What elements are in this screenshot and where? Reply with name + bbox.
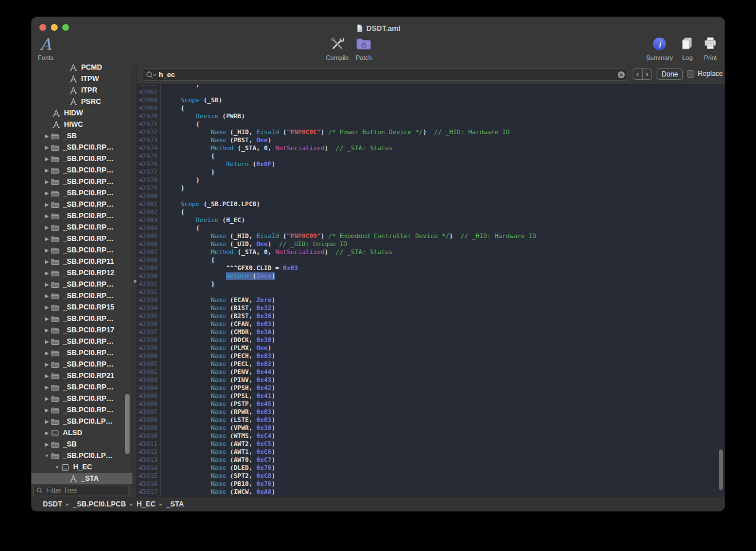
tree-item-sb-pci0-lp[interactable]: ▼_SB.PCI0.LP… xyxy=(31,450,132,461)
replace-checkbox[interactable] xyxy=(687,70,694,78)
patch-button[interactable]: ⚙ Patch xyxy=(343,34,384,61)
tree-item-itpw[interactable]: ITPW xyxy=(31,73,132,85)
tree-item-sb-pci0-rp[interactable]: ▶_SB.PCI0.RP… xyxy=(31,244,132,256)
line-content xyxy=(161,288,166,296)
disclosure-collapsed-icon[interactable]: ▶ xyxy=(43,362,51,367)
disclosure-collapsed-icon[interactable]: ▶ xyxy=(43,168,51,173)
disclosure-collapsed-icon[interactable]: ▶ xyxy=(43,191,51,196)
tree-item-itpr[interactable]: ITPR xyxy=(31,85,132,96)
breadcrumb-item-dsdt[interactable]: DSDT xyxy=(43,500,62,508)
line-content: } xyxy=(161,85,200,89)
tree-item-sb-pci0-rp[interactable]: ▶_SB.PCI0.RP… xyxy=(31,176,132,187)
disclosure-collapsed-icon[interactable]: ▶ xyxy=(43,214,51,219)
tree-item-alsd[interactable]: ▶ALSD xyxy=(31,427,132,439)
breadcrumb-item--sb-pci0-lpcb[interactable]: _SB.PCI0.LPCB xyxy=(73,500,126,508)
disclosure-collapsed-icon[interactable]: ▶ xyxy=(43,179,51,184)
done-button[interactable]: Done xyxy=(657,69,683,80)
print-icon xyxy=(702,34,718,54)
tree-item-sb-pci0-rp[interactable]: ▶_SB.PCI0.RP… xyxy=(31,336,132,347)
find-previous-button[interactable]: ‹ xyxy=(633,69,642,79)
tree-item-sb-pci0-rp11[interactable]: ▶_SB.PCI0.RP11 xyxy=(31,256,132,267)
disclosure-collapsed-icon[interactable]: ▶ xyxy=(43,225,51,230)
line-number: 43011 xyxy=(137,440,161,448)
pane-splitter[interactable] xyxy=(132,65,137,497)
disclosure-collapsed-icon[interactable]: ▶ xyxy=(43,248,51,253)
code-lines: 42966 }4296742968 Scope (_SB)42969 {4297… xyxy=(137,85,725,496)
find-next-button[interactable]: › xyxy=(642,69,652,79)
code-editor[interactable]: 42966 }4296742968 Scope (_SB)42969 {4297… xyxy=(137,85,725,497)
disclosure-collapsed-icon[interactable]: ▶ xyxy=(43,373,51,379)
tree-item-sb-pci0-rp[interactable]: ▶_SB.PCI0.RP… xyxy=(31,381,132,393)
disclosure-collapsed-icon[interactable]: ▶ xyxy=(43,431,51,436)
tree-item-sb-pci0-rp15[interactable]: ▶_SB.PCI0.RP15 xyxy=(31,301,132,313)
line-content: { xyxy=(161,104,184,112)
disclosure-collapsed-icon[interactable]: ▶ xyxy=(43,419,51,424)
disclosure-collapsed-icon[interactable]: ▶ xyxy=(43,134,51,139)
tree-item-sb-pci0-rp12[interactable]: ▶_SB.PCI0.RP12 xyxy=(31,267,132,279)
sidebar-scrollbar[interactable] xyxy=(125,394,130,454)
tree-item-sta[interactable]: _STA xyxy=(31,473,132,484)
disclosure-collapsed-icon[interactable]: ▶ xyxy=(43,271,51,276)
method-icon xyxy=(69,75,78,83)
tree-item-sb-pci0-rp[interactable]: ▶_SB.PCI0.RP… xyxy=(31,359,132,370)
tree-item-sb-pci0-rp[interactable]: ▶_SB.PCI0.RP… xyxy=(31,233,132,244)
tree-item-sb-pci0-rp[interactable]: ▶_SB.PCI0.RP… xyxy=(31,347,132,359)
folder-icon xyxy=(51,349,59,357)
disclosure-collapsed-icon[interactable]: ▶ xyxy=(43,316,51,321)
disclosure-collapsed-icon[interactable]: ▶ xyxy=(43,236,51,242)
tree-item-sb-pci0-rp21[interactable]: ▶_SB.PCI0.RP21 xyxy=(31,370,132,381)
disclosure-collapsed-icon[interactable]: ▶ xyxy=(43,328,51,333)
filter-tree-input[interactable] xyxy=(33,485,128,496)
tree-item-sb-pci0-rp[interactable]: ▶_SB.PCI0.RP… xyxy=(31,290,132,301)
tree-item-label: _SB.PCI0.RP15 xyxy=(63,303,114,311)
find-prev-next-control: ‹ › xyxy=(633,69,652,80)
titlebar[interactable]: DSDT.aml xyxy=(31,17,725,32)
line-number: 43003 xyxy=(137,376,161,384)
tree-item-h-ec[interactable]: ▼H_EC xyxy=(31,461,132,473)
disclosure-collapsed-icon[interactable]: ▶ xyxy=(43,385,51,390)
disclosure-expanded-icon[interactable]: ▼ xyxy=(53,465,61,470)
disclosure-collapsed-icon[interactable]: ▶ xyxy=(43,339,51,344)
tree-item-sb[interactable]: ▶_SB xyxy=(31,439,132,450)
tree-item-hiwc[interactable]: HIWC xyxy=(31,119,132,130)
editor-scrollbar[interactable] xyxy=(719,449,723,490)
disclosure-collapsed-icon[interactable]: ▶ xyxy=(43,282,51,287)
folder-icon xyxy=(51,360,59,369)
clear-search-icon[interactable] xyxy=(617,71,625,79)
tree-item-sb-pci0-rp[interactable]: ▶_SB.PCI0.RP… xyxy=(31,313,132,324)
tree-item-sb-pci0-rp[interactable]: ▶_SB.PCI0.RP… xyxy=(31,187,132,199)
print-button[interactable]: Print xyxy=(690,34,725,61)
tree-item-pcmd[interactable]: PCMD xyxy=(31,65,132,73)
symbol-tree: PCMDITPWITPRPSRCHIDWHIWC▶_SB▶_SB.PCI0.RP… xyxy=(31,65,132,484)
breadcrumb-item-h-ec[interactable]: H_EC xyxy=(136,500,155,508)
disclosure-collapsed-icon[interactable]: ▶ xyxy=(43,351,51,356)
tree-item-sb-pci0-rp[interactable]: ▶_SB.PCI0.RP… xyxy=(31,199,132,210)
tree-item-sb-pci0-rp[interactable]: ▶_SB.PCI0.RP… xyxy=(31,153,132,164)
breadcrumb-item--sta[interactable]: _STA xyxy=(166,500,184,508)
tree-item-hidw[interactable]: HIDW xyxy=(31,107,132,119)
disclosure-collapsed-icon[interactable]: ▶ xyxy=(43,259,51,264)
tree-item-sb-pci0-rp[interactable]: ▶_SB.PCI0.RP… xyxy=(31,393,132,404)
tree-item-sb-pci0-rp[interactable]: ▶_SB.PCI0.RP… xyxy=(31,404,132,416)
disclosure-collapsed-icon[interactable]: ▶ xyxy=(43,442,51,447)
search-field[interactable] xyxy=(142,69,628,81)
disclosure-expanded-icon[interactable]: ▼ xyxy=(43,453,51,459)
tree-item-psrc[interactable]: PSRC xyxy=(31,96,132,107)
disclosure-collapsed-icon[interactable]: ▶ xyxy=(43,408,51,413)
disclosure-collapsed-icon[interactable]: ▶ xyxy=(43,202,51,207)
tree-item-sb[interactable]: ▶_SB xyxy=(31,130,132,142)
tree-item-sb-pci0-rp17[interactable]: ▶_SB.PCI0.RP17 xyxy=(31,324,132,336)
disclosure-collapsed-icon[interactable]: ▶ xyxy=(43,156,51,162)
disclosure-collapsed-icon[interactable]: ▶ xyxy=(43,293,51,299)
tree-item-sb-pci0-rp[interactable]: ▶_SB.PCI0.RP… xyxy=(31,279,132,290)
disclosure-collapsed-icon[interactable]: ▶ xyxy=(43,305,51,310)
tree-item-sb-pci0-rp[interactable]: ▶_SB.PCI0.RP… xyxy=(31,164,132,176)
fonts-button[interactable]: A Fonts xyxy=(31,34,66,61)
tree-item-sb-pci0-rp[interactable]: ▶_SB.PCI0.RP… xyxy=(31,222,132,233)
tree-item-sb-pci0-rp[interactable]: ▶_SB.PCI0.RP… xyxy=(31,142,132,153)
search-input[interactable] xyxy=(158,70,617,79)
disclosure-collapsed-icon[interactable]: ▶ xyxy=(43,396,51,401)
disclosure-collapsed-icon[interactable]: ▶ xyxy=(43,145,51,150)
tree-item-sb-pci0-lp[interactable]: ▶_SB.PCI0.LP… xyxy=(31,416,132,427)
tree-item-sb-pci0-rp[interactable]: ▶_SB.PCI0.RP… xyxy=(31,210,132,222)
